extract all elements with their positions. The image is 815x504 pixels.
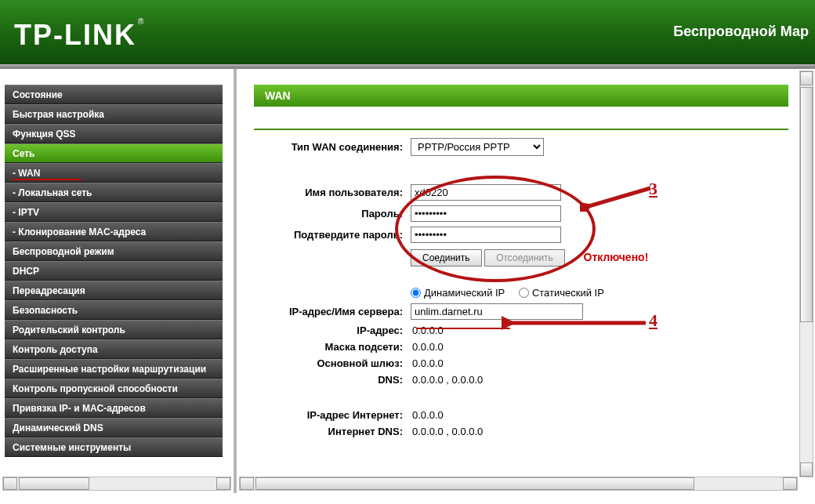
sidebar-item-4[interactable]: - WAN — [5, 163, 223, 183]
disconnect-button[interactable]: Отсоединить — [484, 249, 565, 267]
sidebar-item-18[interactable]: Системные инструменты — [5, 437, 223, 457]
sidebar-item-6[interactable]: - IPTV — [5, 202, 223, 222]
ip-label: IP-адрес: — [254, 325, 411, 336]
wan-dns-value: 0.0.0.0 , 0.0.0.0 — [411, 426, 483, 437]
conn-type-label: Тип WAN соединения: — [254, 141, 411, 153]
password2-input[interactable] — [411, 227, 561, 243]
server-input[interactable] — [411, 303, 583, 320]
static-ip-radio[interactable]: Статический IP — [519, 287, 604, 299]
dynamic-ip-radio[interactable]: Динамический IP — [411, 287, 505, 299]
password-label: Пароль: — [254, 208, 411, 219]
sidebar-item-10[interactable]: Переадресация — [5, 281, 223, 300]
dns-label: DNS: — [254, 374, 411, 386]
sidebar-item-5[interactable]: - Локальная сеть — [5, 183, 223, 202]
password-input[interactable] — [411, 205, 561, 222]
sidebar-item-3[interactable]: Сеть — [5, 143, 223, 163]
annotation-underline-server — [416, 328, 510, 329]
server-label: IP-адрес/Имя сервера: — [254, 306, 411, 317]
password2-label: Подтвердите пароль: — [254, 229, 411, 241]
sidebar-item-9[interactable]: DHCP — [5, 261, 223, 281]
main-scroll-h[interactable] — [239, 477, 798, 491]
wan-ip-value: 0.0.0.0 — [411, 409, 444, 421]
logo: TP-LINK® — [14, 17, 145, 52]
annotation-callout-4: 4 — [649, 310, 657, 331]
username-input[interactable] — [411, 184, 561, 201]
sidebar-item-2[interactable]: Функция QSS — [5, 124, 223, 143]
sidebar: СостояниеБыстрая настройкаФункция QSSСет… — [0, 69, 237, 493]
conn-status: Отключено! — [584, 251, 649, 263]
conn-type-select[interactable]: PPTP/Россия PPTP — [411, 138, 544, 156]
sidebar-item-15[interactable]: Контроль пропускной способности — [5, 379, 223, 398]
sidebar-item-16[interactable]: Привязка IP- и MAC-адресов — [5, 398, 223, 418]
dns-value: 0.0.0.0 , 0.0.0.0 — [411, 374, 483, 386]
main-scroll-v[interactable] — [799, 71, 813, 477]
mask-value: 0.0.0.0 — [411, 341, 444, 353]
sidebar-scroll-h[interactable] — [2, 477, 231, 491]
gw-label: Основной шлюз: — [254, 357, 411, 369]
sidebar-item-12[interactable]: Родительский контроль — [5, 320, 223, 339]
username-label: Имя пользователя: — [254, 187, 411, 198]
annotation-callout-3: 3 — [649, 179, 657, 199]
main-panel: WAN Тип WAN соединения: PPTP/Россия PPTP… — [237, 69, 815, 493]
connect-button[interactable]: Соединить — [411, 249, 482, 267]
sidebar-item-8[interactable]: Беспроводной режим — [5, 241, 223, 261]
wan-dns-label: Интернет DNS: — [254, 426, 411, 437]
gw-value: 0.0.0.0 — [411, 357, 444, 369]
header: TP-LINK® Беспроводной Мар — [0, 0, 815, 67]
product-name: Беспроводной Мар — [673, 24, 809, 40]
ip-value: 0.0.0.0 — [411, 325, 444, 336]
sidebar-item-1[interactable]: Быстрая настройка — [5, 104, 223, 124]
sidebar-item-13[interactable]: Контроль доступа — [5, 339, 223, 359]
mask-label: Маска подсети: — [254, 341, 411, 353]
sidebar-item-17[interactable]: Динамический DNS — [5, 418, 223, 437]
sidebar-item-11[interactable]: Безопасность — [5, 300, 223, 320]
sidebar-item-0[interactable]: Состояние — [5, 85, 223, 104]
sidebar-item-7[interactable]: - Клонирование MAC-адреса — [5, 222, 223, 241]
sidebar-item-14[interactable]: Расширенные настройки маршрутизации — [5, 359, 223, 379]
panel-title: WAN — [254, 85, 788, 107]
wan-ip-label: IP-адрес Интернет: — [254, 409, 411, 421]
